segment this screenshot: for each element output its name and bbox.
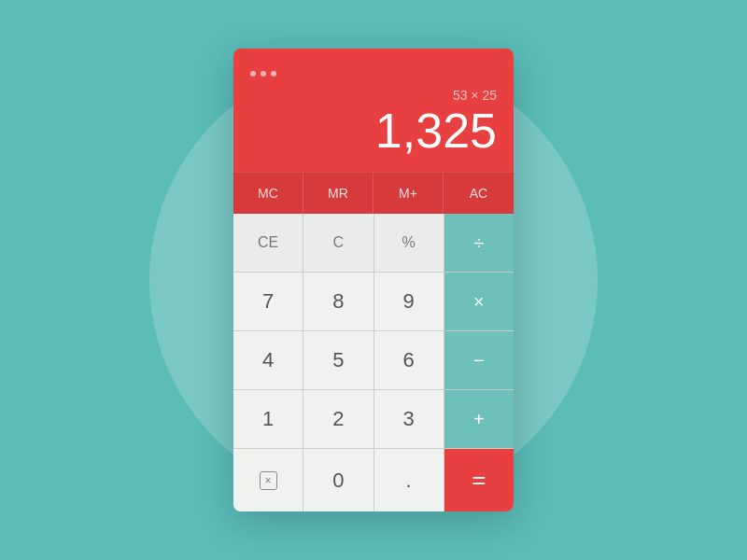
btn-backspace[interactable]: × <box>233 449 303 511</box>
btn-mplus[interactable]: M+ <box>374 172 444 214</box>
btn-c[interactable]: C <box>303 214 373 272</box>
display-area: 53 × 25 1,325 <box>233 49 514 172</box>
memory-row: MC MR M+ AC <box>233 172 514 214</box>
btn-percent[interactable]: % <box>374 214 444 272</box>
menu-dots <box>250 63 497 80</box>
result-display: 1,325 <box>250 106 497 155</box>
btn-divide[interactable]: ÷ <box>444 214 514 272</box>
btn-5[interactable]: 5 <box>303 331 373 389</box>
btn-ac[interactable]: AC <box>444 172 514 214</box>
expression-display: 53 × 25 <box>250 88 497 103</box>
btn-ce[interactable]: CE <box>233 214 303 272</box>
btn-6[interactable]: 6 <box>374 331 444 389</box>
btn-0[interactable]: 0 <box>303 449 373 511</box>
dot-1 <box>250 71 256 77</box>
dot-3 <box>271 71 276 77</box>
calculator: 53 × 25 1,325 MC MR M+ AC CE C % ÷ 7 8 9… <box>233 49 514 511</box>
btn-multiply[interactable]: × <box>444 273 514 330</box>
btn-9[interactable]: 9 <box>374 273 444 330</box>
btn-4[interactable]: 4 <box>233 331 303 389</box>
button-grid: CE C % ÷ 7 8 9 × 4 5 6 − 1 2 3 + × 0 . = <box>233 214 514 511</box>
btn-8[interactable]: 8 <box>303 273 373 330</box>
btn-7[interactable]: 7 <box>233 273 303 330</box>
btn-1[interactable]: 1 <box>233 390 303 448</box>
btn-equals[interactable]: = <box>444 449 514 511</box>
dot-2 <box>261 71 266 77</box>
btn-add[interactable]: + <box>444 390 514 448</box>
backspace-icon: × <box>260 471 277 490</box>
btn-2[interactable]: 2 <box>303 390 373 448</box>
btn-3[interactable]: 3 <box>374 390 444 448</box>
btn-mr[interactable]: MR <box>303 172 374 214</box>
btn-mc[interactable]: MC <box>233 172 303 214</box>
btn-dot[interactable]: . <box>374 449 444 511</box>
btn-subtract[interactable]: − <box>444 331 514 389</box>
